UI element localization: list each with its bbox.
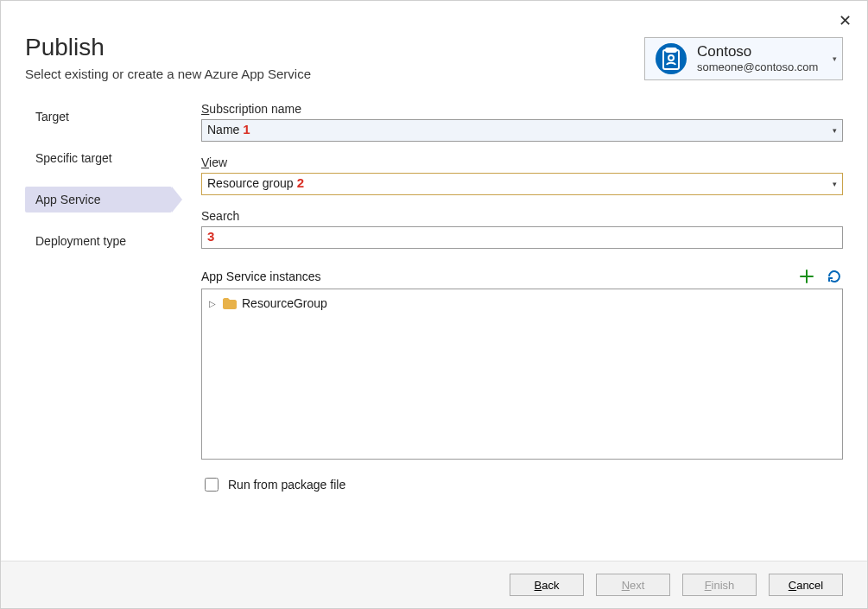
wizard-sidebar: Target Specific target App Service Deplo… [25, 102, 172, 561]
view-field: View Resource group2 ▾ [201, 155, 843, 195]
view-label: View [201, 155, 843, 169]
expander-icon[interactable]: ▷ [209, 299, 218, 308]
view-select[interactable]: Resource group2 ▾ [201, 173, 843, 195]
run-from-package-label: Run from package file [228, 478, 345, 492]
sidebar-item-specific-target[interactable]: Specific target [25, 145, 172, 171]
sidebar-item-deployment-type[interactable]: Deployment type [25, 228, 172, 254]
dialog-body: Target Specific target App Service Deplo… [1, 86, 867, 561]
search-field: Search 3 [201, 209, 843, 249]
tree-item-label: ResourceGroup [242, 296, 327, 310]
dialog-header: Publish Select existing or create a new … [1, 1, 867, 86]
account-email: someone@contoso.com [697, 60, 818, 73]
subscription-select[interactable]: Name1 ▾ [201, 119, 843, 142]
instances-tree[interactable]: ▷ ResourceGroup [201, 289, 843, 460]
close-icon[interactable]: ✕ [839, 13, 852, 29]
search-input[interactable]: 3 [201, 226, 843, 249]
sidebar-item-target[interactable]: Target [25, 104, 172, 130]
chevron-down-icon: ▾ [833, 54, 837, 63]
cancel-button[interactable]: Cancel [769, 574, 843, 596]
finish-label-rest: inish [712, 579, 735, 592]
page-subtitle: Select existing or create a new Azure Ap… [25, 67, 311, 81]
instances-title: App Service instances [201, 270, 321, 283]
next-button[interactable]: Next [596, 574, 670, 596]
publish-dialog: ✕ Publish Select existing or create a ne… [0, 0, 868, 609]
sidebar-item-app-service[interactable]: App Service [25, 187, 172, 213]
instances-header: App Service instances [201, 268, 843, 285]
back-label-rest: ack [542, 579, 559, 592]
run-from-package-checkbox[interactable]: Run from package file [201, 475, 843, 494]
cancel-label-rest: ancel [796, 579, 823, 592]
back-button[interactable]: Back [510, 574, 584, 596]
subscription-label: Subscription name [201, 102, 843, 116]
run-from-package-input[interactable] [205, 478, 219, 492]
subscription-value: Name [207, 123, 239, 136]
svg-point-2 [668, 55, 674, 60]
search-label: Search [201, 209, 843, 223]
subscription-field: Subscription name Name1 ▾ [201, 102, 843, 142]
page-title: Publish [25, 34, 311, 61]
account-picker[interactable]: Contoso someone@contoso.com ▾ [644, 37, 843, 80]
account-org: Contoso [697, 44, 818, 60]
finish-button[interactable]: Finish [682, 574, 757, 596]
header-text: Publish Select existing or create a new … [25, 34, 311, 81]
annotation-3: 3 [207, 229, 214, 244]
account-badge-icon [656, 43, 687, 74]
annotation-2: 2 [297, 175, 304, 190]
main-panel: Subscription name Name1 ▾ View Resource … [179, 102, 843, 561]
annotation-1: 1 [243, 122, 250, 136]
chevron-down-icon: ▾ [833, 180, 837, 188]
folder-icon [223, 298, 237, 309]
view-value: Resource group [207, 176, 294, 190]
refresh-icon[interactable] [826, 268, 843, 285]
dialog-footer: Back Next Finish Cancel [1, 561, 867, 608]
add-instance-icon[interactable] [798, 268, 815, 285]
chevron-down-icon: ▾ [833, 126, 837, 135]
next-label-rest: ext [630, 579, 644, 592]
tree-row[interactable]: ▷ ResourceGroup [209, 295, 835, 312]
